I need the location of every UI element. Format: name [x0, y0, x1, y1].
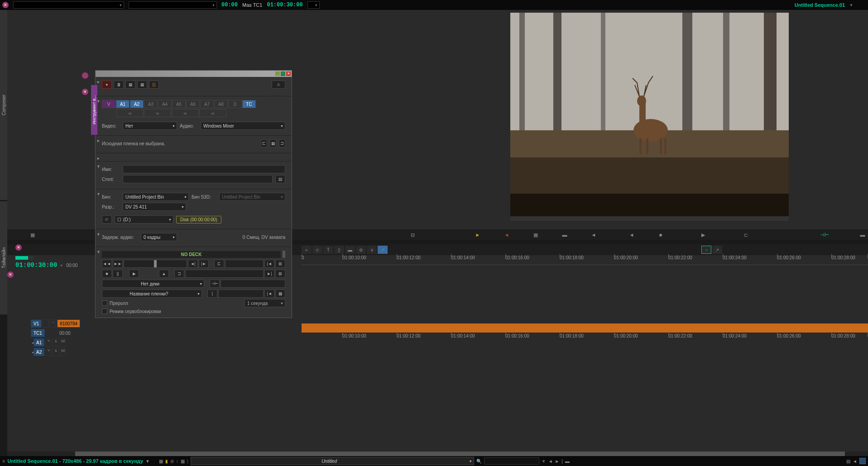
trim-icon[interactable]: ▬ [857, 231, 868, 239]
track-tc1[interactable]: TC1 [31, 329, 45, 337]
channel-a8[interactable]: A8 [214, 100, 228, 108]
pair-34[interactable]: ∞ [144, 109, 171, 117]
status-dropdown-icon[interactable]: ▼ [145, 459, 150, 464]
channel-a4[interactable]: A4 [158, 100, 172, 108]
capture-mode-2[interactable]: ▦ [137, 81, 147, 89]
channel-d[interactable]: D [228, 100, 242, 108]
video-dropdown[interactable]: Нет [123, 122, 177, 130]
search-input[interactable] [484, 457, 539, 465]
drive-toggle[interactable]: ⊂ [102, 215, 112, 223]
cmnt-expand[interactable]: ▤ [275, 175, 285, 183]
segment-tool[interactable]: ≈ [302, 246, 312, 254]
nav-back-icon[interactable]: ◄ [548, 459, 553, 464]
warning-icon[interactable]: ⚠ [272, 81, 285, 89]
timeline-close-icon-2[interactable]: ✕ [7, 271, 14, 278]
mark-clip-icon[interactable]: ⊏ [740, 231, 751, 239]
channel-a7[interactable]: A7 [200, 100, 214, 108]
res-dropdown[interactable]: DV 25 411 [123, 203, 186, 211]
close-icon[interactable]: ✕ [2, 2, 9, 8]
track-a2-m[interactable]: M [60, 348, 66, 356]
cmnt-input[interactable] [123, 175, 273, 183]
goto-out-icon[interactable]: ►| [264, 270, 274, 278]
extract-icon[interactable]: ▬ [559, 231, 570, 239]
source-dropdown[interactable] [13, 1, 124, 9]
dur-icon[interactable]: ⊣⊢ [210, 280, 220, 288]
bottom-icon-4[interactable]: ↕ [176, 459, 178, 464]
track-a1-wave[interactable]: ༄ [45, 338, 52, 347]
sync-lock-icon[interactable]: ○ [701, 246, 711, 254]
track-a2[interactable]: A2 [34, 348, 44, 356]
menu-icon[interactable]: ≡ [2, 458, 5, 464]
nav-line-icon[interactable]: | [562, 459, 563, 464]
channel-a2[interactable]: A2 [130, 100, 144, 108]
stop-deck-icon[interactable]: ■ [102, 270, 112, 278]
section-toggle-7[interactable]: ▼ [96, 232, 101, 237]
play-icon[interactable]: ▶ [698, 231, 709, 239]
section-toggle-6[interactable]: ▼ [96, 192, 101, 196]
window-close-icon[interactable]: ✕ [286, 71, 291, 76]
timeline-clip[interactable] [302, 323, 868, 333]
link-tool[interactable]: ⊂ [312, 246, 322, 254]
eject-icon[interactable]: ▲ [159, 270, 169, 278]
capture-mode-1[interactable]: ▦ [125, 81, 135, 89]
section-toggle-5[interactable]: ▼ [96, 164, 101, 169]
tool-7[interactable]: ∨ [367, 246, 377, 254]
mark-out-deck-icon[interactable]: ⊐ [174, 270, 184, 278]
name-input[interactable] [123, 165, 285, 173]
tool-end[interactable]: ↗ [712, 246, 722, 254]
servo-checkbox[interactable] [102, 309, 107, 314]
record-monitor[interactable] [510, 13, 789, 221]
tape-x-icon[interactable]: | [207, 290, 217, 298]
minimize-icon[interactable]: _ [275, 71, 280, 76]
deck-dropdown[interactable]: Нет деки [102, 280, 204, 288]
src-tool-1[interactable]: ▦ [27, 231, 38, 239]
track-a1[interactable]: A1 [34, 338, 44, 347]
clear-out-icon[interactable]: ⊠ [275, 270, 285, 278]
shuttle-slider[interactable] [124, 260, 187, 268]
step-back-deck-icon[interactable]: ◄| [188, 260, 198, 268]
mark-in-icon[interactable]: ► [472, 231, 483, 239]
section-toggle-3[interactable]: ► [96, 138, 101, 143]
timeline-close-icon[interactable]: ✕ [15, 244, 22, 251]
channel-a6[interactable]: A6 [186, 100, 200, 108]
bottom-icon-5[interactable]: ▦ [181, 459, 185, 464]
bottom-icon-2[interactable]: ▮ [165, 459, 168, 464]
layout-1-icon[interactable]: ▤ [846, 459, 850, 464]
layout-2-icon[interactable]: ◄ [853, 459, 857, 464]
bin-dropdown[interactable]: Untitled Project Bin [123, 193, 189, 201]
track-v1-sub2[interactable]: ▫ [50, 319, 56, 328]
search-icon[interactable]: 🔍 [476, 459, 482, 464]
tape-clear-icon[interactable]: ▦ [275, 290, 285, 298]
add-edit-icon[interactable]: ⊣⊢ [819, 231, 830, 239]
timeline-tab-label[interactable]: Таймлайн [0, 201, 7, 314]
stop-icon[interactable]: ■ [655, 231, 666, 239]
sequence-name[interactable]: Untitled Sequence.01 [795, 2, 845, 8]
track-clip[interactable]: 8100784 [57, 319, 80, 328]
channel-tc[interactable]: TC [242, 100, 256, 108]
capture-mode-3[interactable]: ||| [149, 81, 159, 89]
tool-4[interactable]: ▯ [334, 246, 344, 254]
preroll-dropdown[interactable]: 1 секунда [245, 299, 285, 307]
tool-6[interactable]: ⊘ [356, 246, 366, 254]
channel-v[interactable]: V [102, 100, 115, 108]
section-toggle-4[interactable]: ► [96, 156, 101, 161]
composer-tab-label[interactable]: Composer [0, 10, 7, 200]
drive-dropdown[interactable]: ☐(D:) [115, 215, 173, 223]
maximize-icon[interactable]: □ [281, 71, 285, 76]
pair-56[interactable]: ∞ [172, 109, 199, 117]
record-button[interactable]: ● [102, 81, 112, 89]
timeline-tc[interactable]: 01:00:30:00 [15, 262, 57, 269]
text-tool[interactable]: T [323, 246, 333, 254]
track-a1-m[interactable]: M [60, 338, 66, 347]
tool-5[interactable]: ▬ [345, 246, 355, 254]
step-fwd-deck-icon[interactable]: |► [199, 260, 209, 268]
tool-8-active[interactable]: ↗ [378, 246, 388, 254]
channel-a1[interactable]: A1 [116, 100, 129, 108]
timeline-scrollbar[interactable] [7, 452, 868, 456]
mark-out-icon[interactable]: ◄ [501, 231, 512, 239]
tape-goto-icon[interactable]: |◄ [264, 290, 274, 298]
panel-close-outer-icon[interactable] [82, 72, 88, 79]
record-dropdown[interactable] [129, 1, 217, 9]
channel-a5[interactable]: A5 [172, 100, 186, 108]
track-v1-sub1[interactable] [43, 319, 49, 328]
